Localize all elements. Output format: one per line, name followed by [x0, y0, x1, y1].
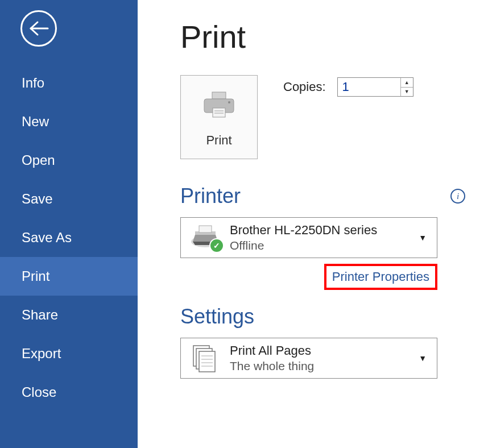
printer-dropdown[interactable]: ✓ Brother HL-2250DN series Offline ▼ [180, 217, 437, 258]
pages-stack-icon [188, 343, 223, 373]
printer-device-icon: ✓ [188, 225, 223, 251]
copies-group: Copies: ▲ ▼ [283, 77, 413, 97]
settings-pages-name: Print All Pages [230, 343, 412, 358]
svg-rect-7 [199, 226, 212, 233]
page-title: Print [180, 18, 465, 55]
svg-rect-2 [213, 108, 225, 117]
copies-decrement[interactable]: ▼ [401, 88, 413, 97]
printer-section-title: Printer [180, 184, 465, 208]
copies-value[interactable] [338, 78, 400, 96]
settings-section: Settings Print All Pages The who [180, 305, 465, 379]
back-button[interactable] [20, 10, 57, 47]
sidebar-item-close[interactable]: Close [0, 373, 138, 412]
svg-rect-1 [212, 92, 226, 99]
chevron-down-icon: ▼ [419, 354, 430, 363]
sidebar-item-export[interactable]: Export [0, 334, 138, 373]
printer-info-icon[interactable]: i [450, 189, 465, 204]
svg-point-5 [228, 101, 230, 103]
printer-name: Brother HL-2250DN series [230, 223, 412, 238]
settings-pages-description: The whole thing [230, 359, 412, 373]
sidebar: Info New Open Save Save As Print Share E… [0, 0, 138, 448]
sidebar-item-open[interactable]: Open [0, 141, 138, 180]
copies-label: Copies: [283, 80, 326, 94]
sidebar-item-info[interactable]: Info [0, 64, 138, 102]
main-panel: Print Print Copies: [138, 0, 488, 448]
sidebar-item-new[interactable]: New [0, 102, 138, 141]
sidebar-item-save-as[interactable]: Save As [0, 218, 138, 257]
sidebar-item-save[interactable]: Save [0, 180, 138, 218]
printer-section: i Printer ✓ Brother HL-2250DN series Off… [180, 184, 465, 290]
chevron-down-icon: ▼ [419, 233, 430, 242]
print-button-label: Print [206, 133, 231, 148]
printer-status: Offline [230, 239, 412, 252]
sidebar-item-share[interactable]: Share [0, 296, 138, 334]
copies-increment[interactable]: ▲ [401, 78, 413, 88]
print-row: Print Copies: ▲ ▼ [180, 75, 465, 159]
printer-ready-badge-icon: ✓ [209, 238, 224, 253]
printer-icon [203, 90, 235, 123]
settings-section-title: Settings [180, 305, 465, 329]
settings-pages-dropdown[interactable]: Print All Pages The whole thing ▼ [180, 338, 437, 379]
svg-rect-10 [199, 351, 215, 372]
copies-input[interactable]: ▲ ▼ [337, 77, 413, 97]
sidebar-item-print[interactable]: Print [0, 257, 138, 296]
copies-spin-buttons: ▲ ▼ [400, 78, 413, 96]
print-button[interactable]: Print [180, 75, 258, 159]
back-arrow-icon [27, 20, 50, 36]
printer-properties-link[interactable]: Printer Properties [324, 264, 437, 290]
